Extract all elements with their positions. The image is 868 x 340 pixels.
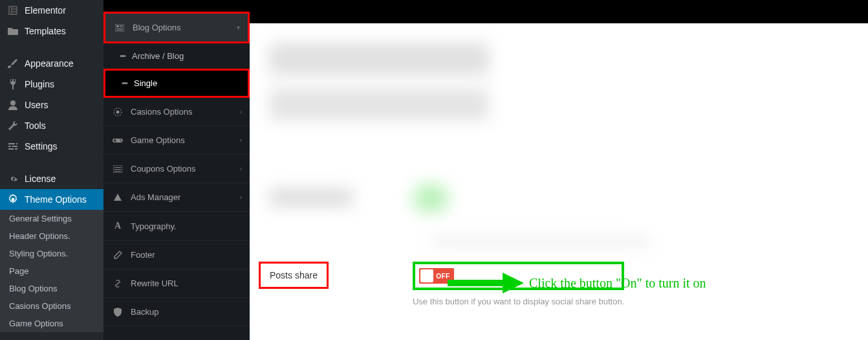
menu-label: Elementor [25, 5, 66, 16]
arrow-icon [448, 271, 525, 295]
chip-icon [111, 108, 124, 117]
sliders-icon [6, 141, 19, 152]
opts-section-label: Game Options [131, 135, 185, 145]
opts-section-label: Blog Options [133, 23, 180, 32]
svg-rect-12 [116, 30, 123, 30]
help-text: Use this button if you want to display s… [413, 297, 624, 306]
svg-point-5 [10, 100, 16, 106]
posts-share-label: Posts share [259, 262, 329, 289]
opts-ads-manager[interactable]: Ads Manager › [103, 183, 250, 212]
blurred-content [269, 43, 489, 75]
submenu-blog-options[interactable]: Blog Options [0, 280, 103, 297]
opts-backup[interactable]: Backup [103, 298, 250, 326]
sidebar-item-settings[interactable]: Settings [0, 136, 103, 157]
chevron-right-icon: › [240, 137, 242, 144]
menu-label: Theme Options [25, 194, 87, 205]
submenu-header-options[interactable]: Header Options. [0, 227, 103, 245]
submenu-casions-options[interactable]: Casions Options [0, 297, 103, 315]
blurred-content [269, 188, 353, 207]
edit-icon [111, 251, 124, 260]
submenu-styling-options[interactable]: Styling Options. [0, 245, 103, 262]
svg-rect-21 [114, 167, 121, 168]
gear-icon [6, 174, 19, 184]
svg-point-16 [120, 139, 121, 141]
svg-point-17 [121, 141, 122, 142]
top-bar [250, 0, 868, 23]
blurred-content [431, 237, 651, 246]
brush-icon [6, 58, 19, 69]
content-area: Posts share OFF Use this button if you w… [250, 0, 868, 340]
annotation-text: Click the button "On" to turn it on [529, 276, 706, 291]
opts-typography[interactable]: A Typography. [103, 212, 250, 241]
theme-options-sidebar: Blog Options ▾ ━ Archive / Blog ━ Single… [103, 0, 250, 340]
svg-rect-4 [12, 12, 16, 14]
svg-rect-10 [120, 27, 123, 27]
gear-icon [6, 194, 19, 205]
opts-footer[interactable]: Footer [103, 241, 250, 269]
menu-label: Templates [25, 26, 66, 36]
opts-sub-single[interactable]: ━ Single [103, 69, 250, 98]
shield-icon [111, 308, 124, 317]
chevron-right-icon: › [240, 194, 242, 201]
sidebar-item-appearance[interactable]: Appearance [0, 53, 103, 74]
sidebar-item-license[interactable]: License [0, 168, 103, 189]
svg-point-14 [116, 110, 120, 113]
svg-rect-3 [12, 10, 16, 11]
opts-sub-label: Single [134, 78, 157, 88]
submenu-game-options[interactable]: Game Options [0, 315, 103, 332]
blurred-content [408, 182, 453, 214]
svg-rect-22 [114, 169, 121, 170]
folder-icon [6, 27, 19, 36]
sidebar-item-theme-options[interactable]: Theme Options [0, 189, 103, 210]
wp-submenu: General Settings Header Options. Styling… [0, 210, 103, 332]
opts-section-label: Ads Manager [131, 192, 180, 202]
chevron-down-icon: ▾ [237, 24, 240, 31]
opts-sub-archive[interactable]: ━ Archive / Blog [103, 43, 250, 69]
menu-label: Plugins [25, 79, 54, 89]
sidebar-item-plugins[interactable]: Plugins [0, 74, 103, 95]
sidebar-item-users[interactable]: Users [0, 95, 103, 115]
opts-game-options[interactable]: Game Options › [103, 126, 250, 155]
svg-rect-9 [120, 25, 123, 26]
gamepad-icon [111, 137, 124, 144]
chevron-right-icon: › [240, 108, 242, 115]
layout-icon [113, 24, 126, 32]
user-icon [6, 100, 19, 110]
svg-rect-1 [10, 7, 11, 14]
menu-label: License [25, 174, 56, 184]
dash-icon: ━ [120, 51, 125, 61]
wp-admin-sidebar: Elementor Templates Appearance Plugins [0, 0, 103, 340]
opts-section-label: Typography. [131, 221, 177, 231]
svg-rect-11 [116, 28, 123, 29]
warning-icon [111, 193, 124, 202]
sidebar-item-tools[interactable]: Tools [0, 115, 103, 136]
svg-rect-8 [116, 25, 119, 27]
opts-rewrite-url[interactable]: Rewrite URL [103, 269, 250, 298]
sidebar-item-elementor[interactable]: Elementor [0, 0, 103, 21]
menu-label: Tools [25, 120, 46, 131]
list-icon [111, 165, 124, 173]
svg-rect-24 [448, 280, 503, 286]
svg-rect-23 [114, 171, 121, 172]
sidebar-item-templates[interactable]: Templates [0, 21, 103, 41]
opts-coupons-options[interactable]: Coupons Options › [103, 155, 250, 183]
svg-point-6 [12, 198, 15, 201]
opts-section-label: Footer [131, 250, 155, 260]
blurred-content [269, 88, 489, 120]
chevron-right-icon: › [240, 165, 242, 172]
svg-rect-2 [12, 7, 16, 8]
opts-section-label: Rewrite URL [131, 278, 179, 288]
opts-section-label: Backup [131, 307, 158, 317]
submenu-general-settings[interactable]: General Settings [0, 210, 103, 227]
submenu-page[interactable]: Page [0, 262, 103, 280]
link-icon [111, 279, 124, 288]
toggle-knob [420, 269, 433, 282]
menu-label: Settings [25, 141, 58, 152]
plug-icon [6, 79, 19, 89]
opts-section-label: Coupons Options [131, 164, 195, 174]
opts-casions-options[interactable]: Casions Options › [103, 98, 250, 126]
menu-label: Users [25, 100, 49, 110]
menu-label: Appearance [25, 58, 74, 69]
opts-blog-options[interactable]: Blog Options ▾ [103, 12, 250, 43]
opts-section-label: Casions Options [131, 107, 192, 117]
